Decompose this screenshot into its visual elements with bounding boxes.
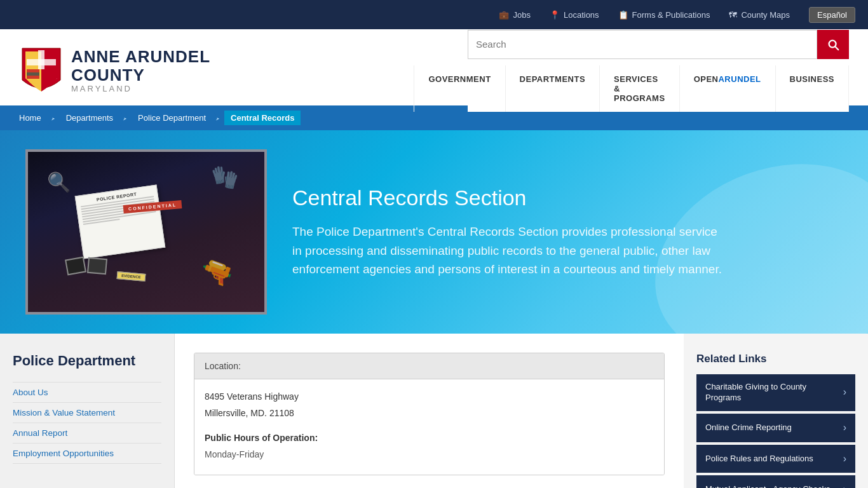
locations-icon: 📍 bbox=[550, 10, 560, 20]
police-report-paper: POLICE REPORT bbox=[75, 184, 166, 259]
main-nav: GOVERNMENT DEPARTMENTS SERVICES & PROGRA… bbox=[468, 65, 849, 112]
photo-evidence bbox=[66, 258, 107, 274]
breadcrumb-departments[interactable]: Departments bbox=[60, 111, 119, 125]
forms-link[interactable]: 📋 Forms & Publications bbox=[618, 10, 710, 20]
chevron-right-icon-4: › bbox=[843, 483, 846, 488]
hero-image-placeholder: 🔍 POLICE REPORT CONFIDENTIAL bbox=[28, 152, 264, 312]
hero-description: The Police Department's Central Records … bbox=[292, 222, 724, 278]
chevron-right-icon-3: › bbox=[843, 452, 846, 466]
gun-icon: 🔫 bbox=[196, 252, 236, 291]
breadcrumb-central[interactable]: Central Records bbox=[224, 111, 301, 125]
nav-arundel-highlight: ARUNDEL bbox=[718, 74, 761, 84]
police-report-visual: 🔍 POLICE REPORT CONFIDENTIAL bbox=[28, 152, 264, 312]
sidebar-mission-label: Mission & Value Statement bbox=[13, 408, 115, 417]
sidebar-nav: About Us Mission & Value Statement Annua… bbox=[13, 382, 161, 464]
breadcrumb-departments-label: Departments bbox=[66, 113, 113, 123]
search-box bbox=[468, 30, 849, 59]
sidebar-item-employment[interactable]: Employment Opportunities bbox=[13, 444, 161, 464]
jobs-icon: 💼 bbox=[499, 10, 509, 20]
state-name: MARYLAND bbox=[71, 84, 210, 93]
logo-text: ANNE ARUNDEL COUNTY MARYLAND bbox=[71, 48, 210, 93]
site-header: ANNE ARUNDEL COUNTY MARYLAND GOVERNMENT … bbox=[0, 29, 868, 105]
hero-image: 🔍 POLICE REPORT CONFIDENTIAL bbox=[25, 149, 267, 315]
related-charitable-label: Charitable Giving to County Programs bbox=[705, 382, 838, 403]
related-crime[interactable]: Online Crime Reporting › bbox=[696, 414, 855, 442]
nav-openarundel-prefix: OPEN bbox=[694, 74, 719, 84]
svg-rect-3 bbox=[27, 72, 39, 76]
location-body: 8495 Veterans Highway Millersville, MD. … bbox=[194, 379, 664, 475]
sidebar-employment-label: Employment Opportunities bbox=[13, 449, 114, 458]
breadcrumb-home[interactable]: Home bbox=[13, 111, 48, 125]
related-rules[interactable]: Police Rules and Regulations › bbox=[696, 445, 855, 473]
related-charitable[interactable]: Charitable Giving to County Programs › bbox=[696, 374, 855, 411]
glove-icon: 🧤 bbox=[211, 165, 239, 191]
hours-subtitle: Monday-Friday bbox=[205, 447, 654, 461]
maps-link[interactable]: 🗺 County Maps bbox=[729, 10, 790, 20]
svg-rect-2 bbox=[27, 69, 39, 72]
sidebar-title: Police Department bbox=[13, 353, 161, 369]
sidebar-annual-label: Annual Report bbox=[13, 428, 67, 438]
hours-title: Public Hours of Operation: bbox=[205, 431, 654, 445]
nav-business[interactable]: BUSINESS bbox=[776, 65, 849, 112]
breadcrumb-police[interactable]: Police Department bbox=[132, 111, 212, 125]
chevron-right-icon-2: › bbox=[843, 421, 846, 435]
related-rules-label: Police Rules and Regulations bbox=[705, 454, 838, 464]
breadcrumb-home-label: Home bbox=[19, 113, 41, 123]
logo-area: ANNE ARUNDEL COUNTY MARYLAND bbox=[19, 45, 210, 96]
related-crime-label: Online Crime Reporting bbox=[705, 423, 838, 433]
nav-services[interactable]: SERVICES & PROGRAMS bbox=[600, 65, 680, 112]
sidebar: Police Department About Us Mission & Val… bbox=[0, 334, 175, 488]
hero-content: Central Records Section The Police Depar… bbox=[292, 185, 843, 278]
location-label: Location: bbox=[205, 361, 241, 371]
search-input[interactable] bbox=[468, 30, 817, 59]
jobs-link[interactable]: 💼 Jobs bbox=[499, 10, 530, 20]
sidebar-item-about[interactable]: About Us bbox=[13, 382, 161, 403]
forms-icon: 📋 bbox=[618, 10, 628, 20]
svg-rect-1 bbox=[27, 59, 56, 65]
search-icon bbox=[826, 37, 840, 51]
location-header: Location: bbox=[194, 353, 664, 379]
nav-openarundel[interactable]: OPENARUNDEL bbox=[680, 65, 776, 112]
address-line2: Millersville, MD. 21108 bbox=[205, 406, 654, 420]
sidebar-item-mission[interactable]: Mission & Value Statement bbox=[13, 403, 161, 423]
locations-link[interactable]: 📍 Locations bbox=[550, 10, 599, 20]
related-mutual-label: Mutual Applicant - Agency Checks bbox=[705, 484, 838, 488]
maps-label: County Maps bbox=[741, 10, 790, 20]
county-name-line1: ANNE ARUNDEL bbox=[71, 48, 210, 66]
locations-label: Locations bbox=[564, 10, 599, 20]
loupe-icon: 🔍 bbox=[47, 171, 71, 193]
espanol-button[interactable]: Español bbox=[809, 7, 855, 23]
address-line1: 8495 Veterans Highway bbox=[205, 390, 654, 403]
nav-services-label: SERVICES & PROGRAMS bbox=[614, 74, 665, 103]
breadcrumb-central-label: Central Records bbox=[231, 113, 294, 123]
related-links-title: Related Links bbox=[696, 353, 855, 365]
county-shield-icon bbox=[19, 45, 64, 96]
right-panel: Related Links Charitable Giving to Count… bbox=[684, 334, 868, 488]
nav-departments-label: DEPARTMENTS bbox=[520, 74, 585, 84]
search-button[interactable] bbox=[817, 30, 849, 59]
hero-title: Central Records Section bbox=[292, 185, 843, 211]
county-name-line2: COUNTY bbox=[71, 66, 210, 85]
maps-icon: 🗺 bbox=[729, 10, 737, 20]
svg-rect-4 bbox=[27, 76, 39, 79]
main-content: Location: 8495 Veterans Highway Millersv… bbox=[175, 334, 684, 488]
chevron-right-icon: › bbox=[843, 386, 846, 399]
sidebar-item-annual[interactable]: Annual Report bbox=[13, 423, 161, 444]
jobs-label: Jobs bbox=[513, 10, 530, 20]
evidence-tag: EVIDENCE bbox=[117, 271, 146, 281]
nav-departments[interactable]: DEPARTMENTS bbox=[506, 65, 600, 112]
nav-business-label: BUSINESS bbox=[790, 74, 834, 84]
nav-government-label: GOVERNMENT bbox=[428, 74, 491, 84]
breadcrumb-police-label: Police Department bbox=[138, 113, 206, 123]
sidebar-about-label: About Us bbox=[13, 388, 48, 397]
hero-section: 🔍 POLICE REPORT CONFIDENTIAL bbox=[0, 130, 868, 334]
location-box: Location: 8495 Veterans Highway Millersv… bbox=[194, 353, 665, 475]
espanol-label: Español bbox=[817, 10, 847, 20]
content-wrapper: Police Department About Us Mission & Val… bbox=[0, 334, 868, 488]
forms-label: Forms & Publications bbox=[632, 10, 710, 20]
nav-government[interactable]: GOVERNMENT bbox=[414, 65, 505, 112]
utility-bar: 💼 Jobs 📍 Locations 📋 Forms & Publication… bbox=[0, 0, 868, 29]
related-mutual[interactable]: Mutual Applicant - Agency Checks › bbox=[696, 475, 855, 488]
search-area: GOVERNMENT DEPARTMENTS SERVICES & PROGRA… bbox=[468, 30, 849, 112]
